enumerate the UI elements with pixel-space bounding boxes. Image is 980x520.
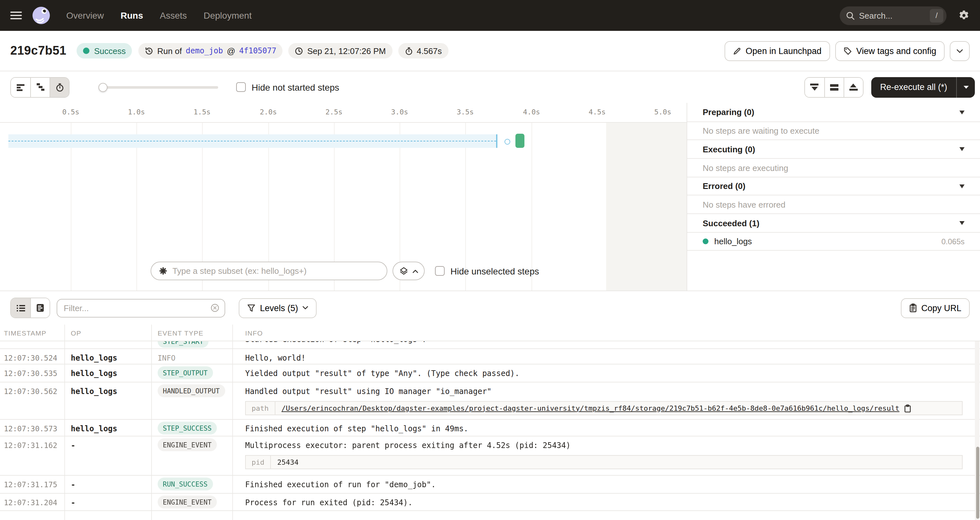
log-op[interactable]: hello_logs (64, 420, 151, 436)
log-view-unstructured-button[interactable] (11, 298, 30, 317)
log-info-text: Finished execution of run for "demo_job"… (232, 476, 980, 493)
step-subset-input[interactable] (172, 266, 379, 276)
settings-gear-icon[interactable] (958, 10, 970, 21)
section-errored[interactable]: Errored (0) (687, 178, 980, 195)
errored-empty-text: No steps have errored (687, 195, 980, 214)
hide-not-started-checkbox[interactable] (236, 82, 246, 92)
event-badge: ENGINE_EVENT (158, 496, 217, 509)
axis-tick: 4.5s (589, 108, 606, 116)
dagster-run-page: Overview Runs Assets Deployment / 219c7b… (0, 0, 980, 520)
hide-unselected-checkbox[interactable] (435, 266, 445, 276)
nav-item-runs[interactable]: Runs (121, 10, 143, 21)
global-search[interactable]: / (840, 6, 947, 25)
flat-view-icon (16, 83, 25, 91)
section-errored-title: Errored (0) (703, 181, 745, 191)
log-row: 12:07:31.204 - ENGINE_EVENT Process for … (0, 494, 980, 511)
metadata-entry: pid 25434 (245, 455, 963, 469)
dock-top-button[interactable] (843, 78, 862, 97)
metadata-path-link[interactable]: /Users/erincochran/Desktop/dagster-examp… (282, 404, 900, 412)
split-view-button[interactable] (824, 78, 843, 97)
dagster-logo[interactable] (32, 6, 51, 25)
job-link[interactable]: demo_job (186, 46, 223, 55)
column-header-op: OP (64, 329, 151, 336)
graph-query-toggle-button[interactable] (393, 262, 425, 280)
nav-item-overview[interactable]: Overview (66, 10, 104, 21)
slider-handle[interactable] (99, 82, 107, 92)
run-duration: 4.567s (417, 46, 442, 55)
gantt-mode-waterfall-button[interactable] (30, 78, 49, 97)
open-in-launchpad-label: Open in Launchpad (746, 46, 822, 55)
code-version-link[interactable]: 4f105077 (239, 46, 276, 55)
reexecute-all-button[interactable]: Re-execute all (*) (871, 77, 975, 97)
log-op[interactable]: hello_logs (64, 365, 151, 382)
step-start-marker[interactable] (504, 139, 510, 144)
funnel-icon (247, 304, 255, 312)
chevron-down-icon (303, 306, 309, 310)
axis-tick: 3.0s (391, 108, 408, 116)
hide-unselected-checkbox-row[interactable]: Hide unselected steps (435, 266, 539, 276)
log-scrollbar-thumb[interactable] (976, 447, 979, 519)
metadata-entry: path /Users/erincochran/Desktop/dagster-… (245, 401, 963, 415)
gridline (71, 123, 72, 290)
copy-url-button[interactable]: Copy URL (900, 298, 970, 318)
metadata-label: pid (246, 456, 271, 469)
run-of-label: Run of (158, 46, 182, 55)
log-row: 12:07:30.524 hello_logs INFO Hello, worl… (0, 349, 980, 365)
section-preparing[interactable]: Preparing (0) (687, 103, 980, 122)
log-view-toggle-group (10, 298, 50, 318)
step-waiting-band[interactable] (8, 134, 497, 148)
copy-path-icon[interactable] (904, 404, 911, 412)
run-duration-tag: 4.567s (398, 43, 448, 59)
nav-item-assets[interactable]: Assets (160, 10, 187, 21)
log-timestamp: 12:07:30.524 (0, 349, 64, 364)
event-badge: HANDLED_OUTPUT (158, 384, 225, 397)
clear-filter-icon[interactable] (210, 303, 220, 312)
step-subset-field[interactable] (151, 262, 387, 280)
dock-bottom-button[interactable] (805, 78, 824, 97)
view-tags-config-button[interactable]: View tags and config (835, 41, 945, 61)
log-op[interactable]: - (64, 494, 151, 510)
gantt-zoom-slider[interactable] (99, 86, 218, 89)
search-input[interactable] (859, 11, 930, 20)
log-op[interactable]: hello_logs (64, 382, 151, 419)
section-succeeded[interactable]: Succeeded (1) (687, 214, 980, 233)
log-op[interactable]: hello_logs (64, 349, 151, 364)
step-bar-hello-logs[interactable] (515, 134, 524, 148)
log-table-header: TIMESTAMP OP EVENT TYPE INFO (0, 325, 980, 341)
log-row: 12:07:31.162 - ENGINE_EVENT Multiprocess… (0, 436, 980, 476)
clock-icon (295, 47, 303, 55)
section-executing-title: Executing (0) (703, 144, 755, 154)
log-filter-input[interactable] (64, 303, 210, 313)
open-in-launchpad-button[interactable]: Open in Launchpad (725, 41, 830, 61)
hamburger-menu-icon[interactable] (10, 11, 22, 20)
at-symbol: @ (227, 46, 235, 55)
log-info-text: Hello, world! (232, 349, 980, 364)
step-subset-row: Hide unselected steps (151, 262, 539, 280)
split-view-icon (830, 84, 838, 90)
waterfall-view-icon (36, 83, 45, 91)
caret-down-icon (959, 110, 964, 114)
caret-down-icon (959, 221, 964, 225)
event-type-plain: INFO (158, 351, 175, 363)
axis-tick: 4.0s (523, 108, 540, 116)
hide-not-started-label: Hide not started steps (251, 82, 339, 92)
nav-item-deployment[interactable]: Deployment (204, 10, 251, 21)
event-log-table: TIMESTAMP OP EVENT TYPE INFO STEP_START … (0, 325, 980, 520)
log-timestamp: 12:07:31.175 (0, 476, 64, 493)
log-info-text: Handled output "result" using IO manager… (245, 387, 492, 396)
section-executing[interactable]: Executing (0) (687, 140, 980, 159)
log-op[interactable]: - (64, 436, 151, 475)
levels-filter-button[interactable]: Levels (5) (239, 298, 317, 318)
succeeded-step-row[interactable]: hello_logs 0.065s (687, 233, 980, 250)
run-header-more-button[interactable] (950, 41, 970, 61)
hide-not-started-checkbox-row[interactable]: Hide not started steps (236, 82, 339, 92)
gantt-mode-timed-button[interactable] (49, 78, 69, 97)
log-op[interactable]: - (64, 476, 151, 493)
gantt-mode-flat-button[interactable] (11, 78, 30, 97)
log-view-structured-button[interactable] (30, 298, 49, 317)
log-filter-field[interactable] (57, 298, 225, 317)
step-status-panel: Preparing (0) No steps are waiting to ex… (687, 103, 980, 290)
reexecute-options-caret[interactable] (957, 85, 975, 89)
copy-url-label: Copy URL (921, 303, 961, 313)
column-header-info: INFO (232, 329, 980, 336)
